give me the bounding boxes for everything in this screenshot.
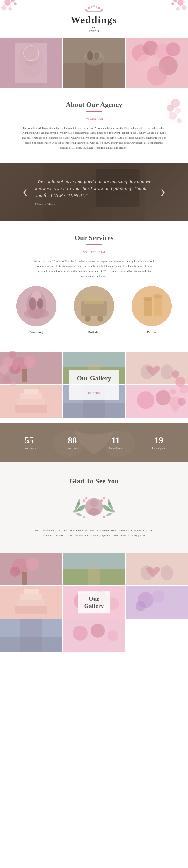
svg-point-113 [85, 497, 87, 499]
logo-title: Weddings and Events [71, 15, 117, 33]
svg-point-96 [137, 391, 154, 409]
svg-point-7 [173, 0, 178, 2]
logo-and-text: and [71, 25, 117, 29]
gallery-divider [86, 384, 102, 385]
svg-point-50 [24, 309, 49, 318]
svg-point-62 [154, 294, 162, 298]
svg-point-18 [100, 9, 103, 11]
svg-point-123 [26, 558, 39, 571]
stat-2-label: Lorem ipsum [53, 447, 92, 450]
service-birthday-image [74, 286, 114, 326]
svg-point-12 [85, 9, 88, 11]
services-divider [86, 244, 102, 245]
svg-point-72 [170, 389, 176, 395]
hero-images [0, 38, 188, 88]
logo-main-text: Weddings [71, 15, 117, 25]
svg-point-0 [4, 0, 10, 5]
svg-point-52 [37, 298, 43, 309]
svg-point-37 [147, 65, 167, 86]
glad-body: We're trendsetters, style-setters, rule-… [31, 528, 157, 538]
service-birthday: Birthday [68, 286, 120, 334]
svg-rect-137 [24, 589, 38, 594]
service-wedding: Wedding [10, 286, 63, 334]
svg-point-64 [9, 350, 16, 358]
svg-point-34 [166, 42, 180, 56]
gallery-overlay: Our Gallery know More [70, 370, 118, 400]
svg-point-1 [10, 0, 15, 2]
stat-3-label: Lorem ipsum [97, 447, 135, 450]
svg-rect-148 [0, 637, 62, 652]
gallery-link[interactable]: know More [87, 391, 100, 394]
glad-title: Glad To See You [20, 477, 168, 485]
svg-point-145 [136, 601, 145, 611]
svg-rect-59 [144, 299, 152, 316]
services-tagline: See What We Do [10, 250, 178, 254]
svg-point-66 [12, 364, 18, 370]
svg-point-11 [178, 0, 186, 5]
glad-divider [86, 488, 102, 488]
svg-point-112 [83, 499, 85, 502]
svg-point-6 [178, 0, 184, 5]
svg-point-117 [103, 516, 105, 518]
stat-1: 55 Lorem ipsum [10, 435, 48, 450]
bottom-gallery-image-1 [0, 553, 62, 585]
gallery-flower-left [0, 349, 25, 421]
hero-image-1 [0, 38, 62, 88]
svg-point-27 [84, 51, 104, 65]
bottom-gallery-image-7 [126, 586, 188, 619]
svg-point-5 [2, 0, 10, 5]
service-birthday-label: Birthday [88, 330, 100, 334]
svg-point-132 [161, 565, 173, 581]
svg-point-124 [10, 567, 20, 577]
about-title: About Our Agency [20, 100, 168, 108]
stat-2: 88 Lorem ipsum [53, 435, 92, 450]
hero-image-3 [126, 38, 188, 88]
bottom-gallery-image-3 [126, 553, 188, 585]
glad-section: Glad To See You [0, 462, 188, 553]
svg-rect-125 [22, 572, 27, 585]
bottom-gallery-image-8 [0, 619, 62, 652]
svg-point-39 [167, 104, 174, 112]
svg-point-150 [73, 626, 88, 641]
testimonial-next-button[interactable]: ❯ [158, 186, 168, 198]
svg-rect-57 [84, 296, 104, 304]
hero-image-2 [63, 38, 125, 88]
svg-point-67 [2, 375, 10, 383]
service-parties-image [132, 286, 172, 326]
services-grid: Wedding Birthday [10, 286, 178, 334]
bottom-gallery-title: Our Gallery [84, 595, 104, 610]
svg-point-106 [76, 512, 82, 517]
glad-avatar-wreath [72, 493, 116, 523]
svg-point-13 [88, 7, 90, 9]
header: Weddings and Events [0, 0, 188, 38]
about-section: About Our Agency We Greet You The Weddin… [0, 88, 188, 163]
testimonial-prev-button[interactable]: ❮ [20, 186, 30, 198]
svg-point-152 [107, 630, 118, 641]
stat-4: 19 Lorem ipsum [140, 435, 178, 450]
svg-point-56 [97, 316, 103, 321]
services-body: We tap into over 20 years of Premier Exp… [31, 259, 157, 279]
svg-point-14 [91, 6, 92, 8]
service-wedding-image [16, 286, 56, 326]
svg-rect-91 [24, 389, 38, 394]
bottom-gallery-overlay: Our Gallery [78, 592, 110, 614]
svg-point-2 [1, 5, 6, 10]
svg-point-15 [93, 5, 95, 7]
service-wedding-label: Wedding [30, 330, 43, 334]
svg-rect-135 [15, 606, 47, 614]
svg-point-29 [94, 52, 99, 60]
about-body: The Weddings & Events team has built a r… [20, 126, 168, 150]
svg-rect-136 [20, 594, 43, 600]
svg-point-61 [143, 297, 153, 301]
bottom-gallery-image-9 [63, 619, 125, 652]
services-section: Our Services See What We Do We tap into … [0, 221, 188, 347]
svg-point-151 [91, 624, 105, 638]
svg-point-3 [14, 2, 17, 5]
services-title: Our Services [10, 234, 178, 242]
gallery-section: Our Gallery know More [0, 347, 188, 423]
svg-point-10 [176, 7, 180, 10]
svg-rect-60 [154, 296, 162, 316]
svg-point-40 [175, 107, 181, 114]
header-flower-right [158, 0, 188, 24]
logo-events-text: Events [71, 29, 117, 33]
